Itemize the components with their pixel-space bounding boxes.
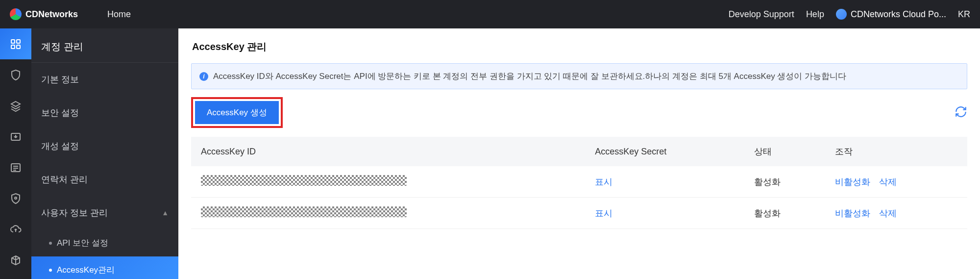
rail-dashboard[interactable] bbox=[0, 28, 31, 59]
icon-rail bbox=[0, 28, 31, 279]
sidebar-item-label: 보안 설정 bbox=[41, 107, 79, 119]
help-link[interactable]: Help bbox=[806, 9, 824, 20]
rail-list[interactable] bbox=[0, 152, 31, 183]
col-secret: AccessKey Secret bbox=[585, 137, 744, 166]
locale-link[interactable]: KR bbox=[958, 9, 970, 20]
svg-rect-0 bbox=[11, 40, 15, 43]
table-row: 표시 활성화 비활성화 삭제 bbox=[191, 198, 967, 229]
info-banner: i AccessKey ID와 AccessKey Secret는 API에 방… bbox=[191, 63, 967, 89]
develop-support-link[interactable]: Develop Support bbox=[729, 9, 794, 20]
logo-area[interactable]: CDNetworks bbox=[10, 8, 78, 20]
rail-shield[interactable] bbox=[0, 59, 31, 90]
show-secret-link[interactable]: 표시 bbox=[595, 177, 612, 187]
deactivate-link[interactable]: 비활성화 bbox=[835, 207, 870, 219]
logo-text: CDNetworks bbox=[25, 9, 78, 20]
show-secret-link[interactable]: 표시 bbox=[595, 208, 612, 218]
sidebar-subitem-label: API 보안 설정 bbox=[57, 237, 108, 249]
status-text: 활성화 bbox=[754, 177, 781, 187]
sidebar-item-label: 개성 설정 bbox=[41, 140, 79, 152]
table-row: 표시 활성화 비활성화 삭제 bbox=[191, 166, 967, 198]
sidebar-item-contacts[interactable]: 연락처 관리 bbox=[31, 163, 178, 196]
rail-download[interactable] bbox=[0, 121, 31, 152]
info-text: AccessKey ID와 AccessKey Secret는 API에 방문하… bbox=[213, 71, 846, 82]
sidebar-item-basic-info[interactable]: 기본 정보 bbox=[31, 63, 178, 96]
main-content: AccessKey 관리 i AccessKey ID와 AccessKey S… bbox=[178, 28, 980, 279]
accesskey-table: AccessKey ID AccessKey Secret 상태 조작 표시 활… bbox=[191, 137, 967, 229]
delete-link[interactable]: 삭제 bbox=[879, 176, 897, 188]
delete-link[interactable]: 삭제 bbox=[879, 207, 897, 219]
svg-rect-1 bbox=[17, 40, 20, 43]
svg-rect-2 bbox=[11, 45, 15, 49]
cloud-upload-icon bbox=[10, 224, 22, 235]
list-icon bbox=[10, 162, 22, 174]
avatar bbox=[836, 9, 847, 20]
chevron-up-icon: ▲ bbox=[162, 209, 169, 217]
svg-rect-3 bbox=[17, 45, 20, 49]
col-id: AccessKey ID bbox=[191, 137, 585, 166]
page-title: AccessKey 관리 bbox=[178, 28, 980, 63]
refresh-button[interactable] bbox=[955, 105, 967, 120]
shield-outline-icon bbox=[10, 69, 22, 81]
header-right: Develop Support Help CDNetworks Cloud Po… bbox=[729, 9, 970, 20]
sidebar-item-personality[interactable]: 개성 설정 bbox=[31, 129, 178, 163]
refresh-icon bbox=[955, 105, 967, 118]
user-menu[interactable]: CDNetworks Cloud Po... bbox=[836, 9, 946, 20]
top-header: CDNetworks Home Develop Support Help CDN… bbox=[0, 0, 980, 28]
grid-icon bbox=[10, 38, 22, 50]
rail-upload[interactable] bbox=[0, 214, 31, 245]
sidebar-item-label: 사용자 정보 관리 bbox=[41, 207, 108, 219]
sidebar-subitem-label: AccessKey관리 bbox=[57, 264, 115, 276]
sidebar-item-user-info[interactable]: 사용자 정보 관리 ▲ bbox=[31, 196, 178, 229]
sidebar: 계정 관리 기본 정보 보안 설정 개성 설정 연락처 관리 사용자 정보 관리… bbox=[31, 28, 178, 279]
sidebar-title: 계정 관리 bbox=[31, 28, 178, 63]
sidebar-subitem-accesskey[interactable]: AccessKey관리 bbox=[31, 256, 178, 279]
svg-point-9 bbox=[15, 197, 17, 199]
sidebar-item-label: 기본 정보 bbox=[41, 74, 79, 85]
sidebar-subitem-api-security[interactable]: API 보안 설정 bbox=[31, 229, 178, 256]
sidebar-item-security[interactable]: 보안 설정 bbox=[31, 96, 178, 129]
layers-icon bbox=[10, 100, 22, 112]
sidebar-item-label: 연락처 관리 bbox=[41, 174, 88, 185]
rail-stack[interactable] bbox=[0, 90, 31, 121]
info-icon: i bbox=[199, 72, 208, 81]
rail-box[interactable] bbox=[0, 245, 31, 276]
status-text: 활성화 bbox=[754, 208, 781, 218]
col-ops: 조작 bbox=[825, 137, 967, 166]
masked-accesskey-id bbox=[201, 206, 407, 217]
deactivate-link[interactable]: 비활성화 bbox=[835, 176, 870, 188]
rail-security[interactable] bbox=[0, 183, 31, 214]
create-highlight-box: AccessKey 생성 bbox=[191, 97, 283, 128]
shield-icon bbox=[10, 193, 22, 204]
create-accesskey-button[interactable]: AccessKey 생성 bbox=[195, 101, 279, 124]
logo-icon bbox=[10, 8, 22, 20]
user-label: CDNetworks Cloud Po... bbox=[851, 9, 946, 20]
inbox-download-icon bbox=[10, 131, 22, 143]
masked-accesskey-id bbox=[201, 175, 407, 186]
cube-icon bbox=[10, 254, 22, 266]
col-status: 상태 bbox=[744, 137, 825, 166]
home-link[interactable]: Home bbox=[107, 9, 131, 20]
